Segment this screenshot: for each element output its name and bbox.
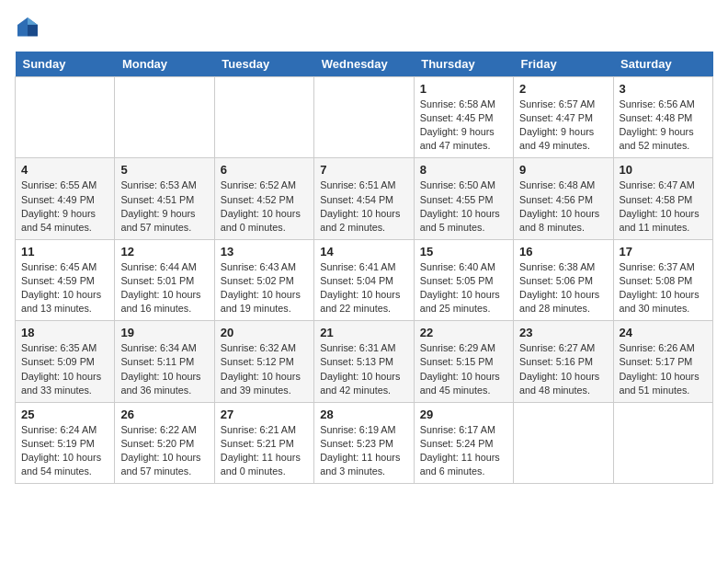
calendar-cell: 17Sunrise: 6:37 AM Sunset: 5:08 PM Dayli… xyxy=(613,239,712,320)
day-number: 7 xyxy=(320,163,407,177)
day-info: Sunrise: 6:22 AM Sunset: 5:20 PM Dayligh… xyxy=(120,423,208,478)
day-number: 24 xyxy=(620,326,707,339)
day-info: Sunrise: 6:26 AM Sunset: 5:17 PM Dayligh… xyxy=(620,341,707,396)
day-number: 2 xyxy=(519,82,607,96)
calendar-cell xyxy=(115,77,214,158)
calendar-cell: 3Sunrise: 6:56 AM Sunset: 4:48 PM Daylig… xyxy=(613,77,712,158)
day-number: 4 xyxy=(21,163,108,177)
day-of-week-monday: Monday xyxy=(115,52,214,77)
day-info: Sunrise: 6:37 AM Sunset: 5:08 PM Dayligh… xyxy=(620,260,707,316)
day-number: 1 xyxy=(420,82,507,96)
calendar-cell: 29Sunrise: 6:17 AM Sunset: 5:24 PM Dayli… xyxy=(414,402,513,483)
day-number: 19 xyxy=(120,326,208,339)
calendar-cell: 25Sunrise: 6:24 AM Sunset: 5:19 PM Dayli… xyxy=(16,402,115,483)
day-info: Sunrise: 6:52 AM Sunset: 4:52 PM Dayligh… xyxy=(221,178,308,234)
svg-marker-2 xyxy=(28,25,38,36)
calendar-cell: 20Sunrise: 6:32 AM Sunset: 5:12 PM Dayli… xyxy=(214,321,313,402)
calendar-cell: 22Sunrise: 6:29 AM Sunset: 5:15 PM Dayli… xyxy=(414,321,513,402)
day-of-week-friday: Friday xyxy=(514,52,613,77)
day-of-week-sunday: Sunday xyxy=(16,52,115,77)
calendar-cell: 8Sunrise: 6:50 AM Sunset: 4:55 PM Daylig… xyxy=(414,158,513,239)
calendar-week-row: 25Sunrise: 6:24 AM Sunset: 5:19 PM Dayli… xyxy=(16,402,713,483)
day-info: Sunrise: 6:38 AM Sunset: 5:06 PM Dayligh… xyxy=(519,260,607,316)
day-number: 22 xyxy=(420,326,507,339)
day-number: 5 xyxy=(120,163,208,177)
calendar-cell: 7Sunrise: 6:51 AM Sunset: 4:54 PM Daylig… xyxy=(314,158,414,239)
day-info: Sunrise: 6:56 AM Sunset: 4:48 PM Dayligh… xyxy=(620,98,707,153)
calendar-cell: 26Sunrise: 6:22 AM Sunset: 5:20 PM Dayli… xyxy=(115,402,214,483)
day-number: 16 xyxy=(519,245,607,259)
day-info: Sunrise: 6:24 AM Sunset: 5:19 PM Dayligh… xyxy=(21,423,108,478)
calendar-cell: 12Sunrise: 6:44 AM Sunset: 5:01 PM Dayli… xyxy=(115,239,214,320)
day-number: 13 xyxy=(221,245,308,259)
calendar-cell: 5Sunrise: 6:53 AM Sunset: 4:51 PM Daylig… xyxy=(115,158,214,239)
calendar-cell: 21Sunrise: 6:31 AM Sunset: 5:13 PM Dayli… xyxy=(314,321,414,402)
header xyxy=(15,15,713,40)
day-info: Sunrise: 6:57 AM Sunset: 4:47 PM Dayligh… xyxy=(519,98,607,153)
day-number: 3 xyxy=(620,82,707,96)
calendar-cell xyxy=(16,77,115,158)
calendar-cell xyxy=(314,77,414,158)
day-info: Sunrise: 6:48 AM Sunset: 4:56 PM Dayligh… xyxy=(519,178,607,234)
calendar-cell: 27Sunrise: 6:21 AM Sunset: 5:21 PM Dayli… xyxy=(214,402,313,483)
day-info: Sunrise: 6:41 AM Sunset: 5:04 PM Dayligh… xyxy=(320,260,407,316)
day-number: 29 xyxy=(420,408,507,421)
calendar-cell: 6Sunrise: 6:52 AM Sunset: 4:52 PM Daylig… xyxy=(214,158,313,239)
calendar-cell: 9Sunrise: 6:48 AM Sunset: 4:56 PM Daylig… xyxy=(514,158,613,239)
day-info: Sunrise: 6:21 AM Sunset: 5:21 PM Dayligh… xyxy=(221,423,308,478)
day-info: Sunrise: 6:55 AM Sunset: 4:49 PM Dayligh… xyxy=(21,178,108,234)
day-number: 8 xyxy=(420,163,507,177)
day-number: 17 xyxy=(620,245,707,259)
calendar-week-row: 11Sunrise: 6:45 AM Sunset: 4:59 PM Dayli… xyxy=(16,239,713,320)
calendar-header-row: SundayMondayTuesdayWednesdayThursdayFrid… xyxy=(16,52,713,77)
calendar-cell: 14Sunrise: 6:41 AM Sunset: 5:04 PM Dayli… xyxy=(314,239,414,320)
calendar-cell xyxy=(214,77,313,158)
calendar-cell xyxy=(613,402,712,483)
day-number: 23 xyxy=(519,326,607,339)
day-info: Sunrise: 6:58 AM Sunset: 4:45 PM Dayligh… xyxy=(420,98,507,153)
day-number: 18 xyxy=(21,326,108,339)
calendar-cell: 18Sunrise: 6:35 AM Sunset: 5:09 PM Dayli… xyxy=(16,321,115,402)
day-of-week-wednesday: Wednesday xyxy=(314,52,414,77)
calendar-cell: 2Sunrise: 6:57 AM Sunset: 4:47 PM Daylig… xyxy=(514,77,613,158)
day-info: Sunrise: 6:47 AM Sunset: 4:58 PM Dayligh… xyxy=(620,178,707,234)
logo xyxy=(15,15,44,40)
calendar-cell: 10Sunrise: 6:47 AM Sunset: 4:58 PM Dayli… xyxy=(613,158,712,239)
day-number: 26 xyxy=(120,408,208,421)
day-number: 11 xyxy=(21,245,108,259)
calendar-cell: 4Sunrise: 6:55 AM Sunset: 4:49 PM Daylig… xyxy=(16,158,115,239)
calendar-cell: 1Sunrise: 6:58 AM Sunset: 4:45 PM Daylig… xyxy=(414,77,513,158)
day-info: Sunrise: 6:19 AM Sunset: 5:23 PM Dayligh… xyxy=(320,423,407,478)
calendar-cell: 28Sunrise: 6:19 AM Sunset: 5:23 PM Dayli… xyxy=(314,402,414,483)
day-number: 14 xyxy=(320,245,407,259)
calendar-cell: 11Sunrise: 6:45 AM Sunset: 4:59 PM Dayli… xyxy=(16,239,115,320)
calendar-cell xyxy=(514,402,613,483)
day-number: 25 xyxy=(21,408,108,421)
day-info: Sunrise: 6:31 AM Sunset: 5:13 PM Dayligh… xyxy=(320,341,407,396)
day-info: Sunrise: 6:51 AM Sunset: 4:54 PM Dayligh… xyxy=(320,178,407,234)
day-number: 20 xyxy=(221,326,308,339)
day-of-week-tuesday: Tuesday xyxy=(214,52,313,77)
calendar-cell: 15Sunrise: 6:40 AM Sunset: 5:05 PM Dayli… xyxy=(414,239,513,320)
calendar-cell: 24Sunrise: 6:26 AM Sunset: 5:17 PM Dayli… xyxy=(613,321,712,402)
day-number: 9 xyxy=(519,163,607,177)
day-number: 28 xyxy=(320,408,407,421)
calendar-cell: 16Sunrise: 6:38 AM Sunset: 5:06 PM Dayli… xyxy=(514,239,613,320)
day-number: 15 xyxy=(420,245,507,259)
svg-marker-3 xyxy=(17,25,28,36)
calendar-cell: 23Sunrise: 6:27 AM Sunset: 5:16 PM Dayli… xyxy=(514,321,613,402)
day-info: Sunrise: 6:29 AM Sunset: 5:15 PM Dayligh… xyxy=(420,341,507,396)
day-number: 6 xyxy=(221,163,308,177)
day-info: Sunrise: 6:34 AM Sunset: 5:11 PM Dayligh… xyxy=(120,341,208,396)
day-info: Sunrise: 6:43 AM Sunset: 5:02 PM Dayligh… xyxy=(221,260,308,316)
day-number: 12 xyxy=(120,245,208,259)
day-number: 10 xyxy=(620,163,707,177)
calendar-week-row: 18Sunrise: 6:35 AM Sunset: 5:09 PM Dayli… xyxy=(16,321,713,402)
day-number: 21 xyxy=(320,326,407,339)
svg-marker-1 xyxy=(28,17,38,25)
day-info: Sunrise: 6:27 AM Sunset: 5:16 PM Dayligh… xyxy=(519,341,607,396)
day-info: Sunrise: 6:53 AM Sunset: 4:51 PM Dayligh… xyxy=(120,178,208,234)
day-info: Sunrise: 6:32 AM Sunset: 5:12 PM Dayligh… xyxy=(221,341,308,396)
day-info: Sunrise: 6:44 AM Sunset: 5:01 PM Dayligh… xyxy=(120,260,208,316)
day-of-week-thursday: Thursday xyxy=(414,52,513,77)
